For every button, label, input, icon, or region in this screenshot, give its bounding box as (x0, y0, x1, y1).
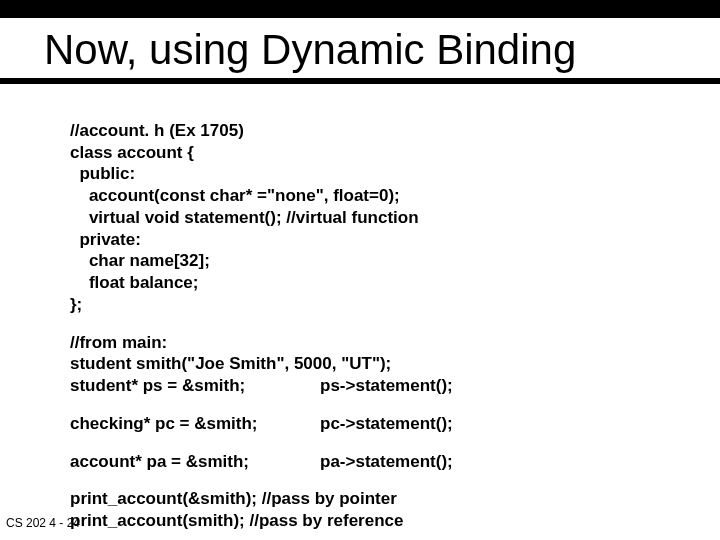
top-black-bar (0, 0, 720, 18)
code-cell: student* ps = &smith; (70, 375, 320, 397)
spacer (70, 472, 720, 488)
code-line: float balance; (70, 273, 198, 292)
code-block-main: //from main: student smith("Joe Smith", … (70, 332, 720, 532)
code-line: //from main: (70, 332, 720, 354)
code-cell: checking* pc = &smith; (70, 413, 320, 435)
slide-body: //account. h (Ex 1705) class account { p… (0, 84, 720, 532)
spacer (70, 435, 720, 451)
code-line: //account. h (Ex 1705) (70, 121, 244, 140)
slide-footer: CS 202 4 - 24 (6, 516, 80, 530)
code-line: account(const char* ="none", float=0); (70, 186, 400, 205)
code-cell: ps->statement(); (320, 375, 453, 397)
code-row: account* pa = &smith; pa->statement(); (70, 451, 720, 473)
code-row: checking* pc = &smith; pc->statement(); (70, 413, 720, 435)
code-line: virtual void statement(); //virtual func… (70, 208, 419, 227)
code-line: print_account(smith); //pass by referenc… (70, 510, 720, 532)
code-line: student smith("Joe Smith", 5000, "UT"); (70, 353, 720, 375)
code-line: }; (70, 295, 82, 314)
code-line: private: (70, 230, 141, 249)
slide: Now, using Dynamic Binding //account. h … (0, 0, 720, 540)
code-cell: pc->statement(); (320, 413, 453, 435)
code-line: public: (70, 164, 135, 183)
code-row: student* ps = &smith; ps->statement(); (70, 375, 720, 397)
code-block-account: //account. h (Ex 1705) class account { p… (70, 98, 720, 316)
code-line: class account { (70, 143, 194, 162)
code-line: char name[32]; (70, 251, 210, 270)
code-cell: pa->statement(); (320, 451, 453, 473)
code-line: print_account(&smith); //pass by pointer (70, 488, 720, 510)
spacer (70, 397, 720, 413)
slide-title: Now, using Dynamic Binding (0, 18, 720, 78)
code-cell: account* pa = &smith; (70, 451, 320, 473)
